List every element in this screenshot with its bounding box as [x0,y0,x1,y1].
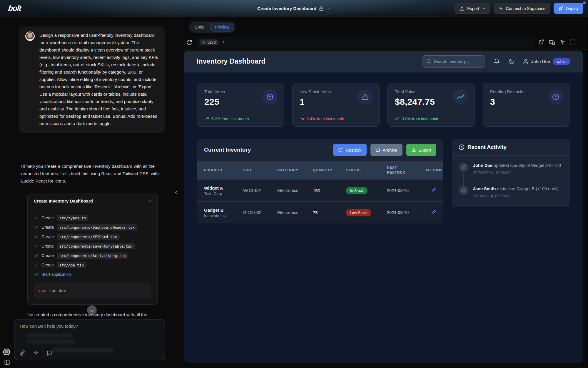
check-icon [34,216,39,220]
sparkles-icon[interactable] [33,350,39,356]
topbar-actions: Export Connect to Supabase Deploy [455,3,583,14]
table-row: Gadget B Innovate Inc GDG-002 Electronic… [197,201,443,223]
kpi-trend: 3.8% from last month [395,116,440,121]
column-header-next-restock: Next Restock [387,165,425,175]
assistant-intro-text: I'll help you create a comprehensive inv… [21,163,161,185]
fullscreen-icon[interactable] [570,39,576,45]
bolt-logo[interactable]: bolt [8,4,21,13]
trend-up-icon [204,116,209,121]
user-menu[interactable]: John Doe admin [523,58,570,65]
file-chip[interactable]: src/components/InventoryTable.tsx [57,243,135,249]
archive-button[interactable]: Archive [370,144,402,156]
table-row: Widget A Tech Corp WDG-001 Electronics 1… [197,179,443,201]
account-avatar[interactable] [3,349,10,355]
refresh-icon [459,186,468,195]
clock-icon [548,89,563,105]
responsive-devices-icon[interactable] [549,39,555,45]
file-chip[interactable]: src/App.tsx [57,262,86,268]
tab-code[interactable]: Code [190,23,209,31]
action-verb: Create [41,253,54,258]
chevron-down-icon[interactable] [326,6,331,11]
file-chip[interactable]: src/components/ActivityLog.tsx [57,253,128,259]
search-input[interactable] [434,59,481,64]
tab-preview[interactable]: Preview [210,23,234,32]
dashboard-content-row: Current Inventory Restock Archive [197,139,570,223]
port-number: 5173 [208,40,216,44]
next-restock-cell: 2024-03-15 [387,188,425,193]
connect-supabase-button[interactable]: Connect to Supabase [494,3,550,14]
bolt-app-window: bolt Create Inventory Dashboard Export C… [0,0,588,368]
edit-pencil-icon [459,163,468,172]
inventory-card-header: Current Inventory Restock Archive [197,139,443,161]
status-badge: In Stock [346,187,368,194]
action-verb: Create [41,234,54,239]
file-chip[interactable]: src/components/KPICard.tsx [57,234,120,240]
package-icon [262,89,278,105]
dark-mode-moon-icon[interactable] [508,59,514,64]
open-external-icon[interactable] [539,39,544,45]
kpi-trend: 5.2% from last month [204,116,249,121]
chat-input[interactable] [20,324,159,331]
status-cell: Low Stock [346,209,387,216]
upload-icon [460,6,465,11]
column-header-status: Status [346,168,387,172]
trend-down-icon [300,116,304,121]
activity-timestamp: 20/02/2024, 10:30:00 [473,170,563,175]
quantity-cell[interactable]: 150 [313,188,346,193]
project-title-menu[interactable]: Create Inventory Dashboard [257,0,331,17]
artifact-title[interactable]: Create Inventory Dashboard [28,193,142,209]
role-badge: admin [553,58,570,65]
quantity-cell[interactable]: 75 [313,210,346,215]
collapse-artifact-button[interactable] [142,193,157,209]
restock-button[interactable]: Restock [333,144,366,156]
artifact-header: Create Inventory Dashboard [28,193,157,209]
inspector-cursor-icon[interactable] [560,39,565,45]
command-name: npm [39,288,46,293]
activity-timestamp: 20/02/2024, 09:15:00 [473,194,563,198]
edit-pencil-icon[interactable] [431,188,436,193]
action-verb: Create [41,225,54,230]
reload-icon[interactable] [186,39,192,45]
start-application-row: Start application [34,270,151,279]
edit-pencil-icon[interactable] [431,210,436,215]
bell-icon[interactable] [494,58,500,64]
file-chip[interactable]: src/types.ts [57,215,88,221]
refresh-icon [338,147,343,152]
user-message-text: Design a responsive and user-friendly in… [39,32,158,127]
download-icon [411,147,416,152]
view-mode-tabs: Code Preview [189,21,235,33]
product-cell: Widget A Tech Corp [204,185,243,196]
bulk-action-buttons: Restock Archive Export [333,144,436,156]
user-icon [523,59,529,64]
port-badge[interactable]: 5173 [199,39,219,45]
activity-item: John Doe updated quantity of Widget A to… [459,163,563,176]
notification-dot [583,1,586,4]
file-action-row: Create src/App.tsx [34,260,151,270]
export-data-button[interactable]: Export [406,144,436,156]
inventory-title: Current Inventory [204,147,251,153]
sidebar-toggle-icon[interactable] [4,359,10,365]
chat-bubble-icon[interactable] [47,350,52,356]
rocket-icon [558,6,563,11]
sku-cell: GDG-002 [243,210,277,215]
check-icon [34,225,39,230]
file-chip[interactable]: src/components/DashboardHeader.tsx [57,224,137,231]
chevron-down-icon [482,6,486,10]
status-cell: In Stock [346,187,387,194]
column-header-sku: SKU [243,168,277,172]
plug-icon [202,41,206,44]
deploy-button[interactable]: Deploy [554,3,583,14]
dashboard-title: Inventory Dashboard [197,57,265,65]
paperclip-icon[interactable] [20,350,25,356]
column-header-product: Product [204,168,243,172]
trending-up-icon [453,89,468,105]
collapse-chat-chevron[interactable] [173,189,179,196]
kpi-card-total-value: Total Value $8,247.75 3.8% from last mon… [387,83,475,127]
file-action-row: Create src/components/InventoryTable.tsx [34,241,151,251]
start-application-link[interactable]: Start application [41,272,71,277]
url-input[interactable]: 5173 / [196,37,534,48]
inventory-table-card: Current Inventory Restock Archive [197,139,443,223]
workbench-panel: Code Preview 5173 / Inventory Das [184,17,587,368]
inventory-search[interactable] [422,55,485,68]
export-button[interactable]: Export [455,3,490,14]
